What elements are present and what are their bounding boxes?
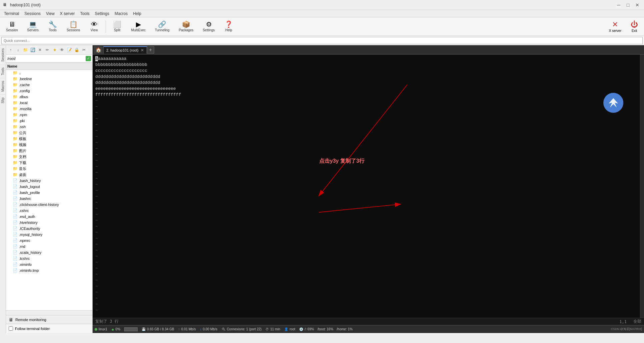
toolbar-packages[interactable]: 📦 Packages: [176, 19, 197, 35]
file-item-beeline[interactable]: 📁 .beeline: [6, 76, 92, 82]
file-item-bash-profile[interactable]: 📄 .bash_profile: [6, 190, 92, 196]
tab-hadoop101[interactable]: 2. hadoop101 (root) ✕: [103, 46, 147, 54]
file-item-shipin[interactable]: 📁 视频: [6, 142, 92, 148]
menu-settings[interactable]: Settings: [92, 11, 112, 17]
term-tilde-19: ~: [95, 206, 637, 212]
file-item-rnd[interactable]: 📄 .rnd: [6, 244, 92, 250]
quick-connect-input[interactable]: [1, 37, 643, 44]
file-refresh-button[interactable]: 🔄: [29, 47, 36, 53]
file-item-npm[interactable]: 📁 .npm: [6, 112, 92, 118]
tab-add-button[interactable]: +: [147, 46, 154, 54]
terminal-content[interactable]: ãaaaaaaaaaaa bbbbbbbbbbbbbbbbbbbb cccccc…: [93, 55, 640, 318]
tunneling-icon: 🔗: [158, 21, 166, 28]
multiexec-label: MultiExec: [131, 28, 146, 32]
file-rename-button[interactable]: ✏: [44, 47, 51, 53]
status-home-usage: /home: 1%: [337, 327, 353, 331]
menu-terminal[interactable]: Terminal: [1, 11, 22, 17]
file-view-button[interactable]: 👁: [59, 47, 65, 53]
maximize-button[interactable]: □: [624, 1, 632, 9]
file-up-button[interactable]: ↑: [7, 47, 14, 53]
file-item-wendang[interactable]: 📁 文档: [6, 154, 92, 160]
file-item-tupian[interactable]: 📁 图片: [6, 148, 92, 154]
sidebar-tab-tools[interactable]: Tools: [0, 65, 6, 78]
terminal-area: 🏠 2. hadoop101 (root) ✕ + ãaaaaa: [93, 45, 644, 333]
file-name-dotdot: ..: [19, 71, 21, 75]
logo-bird-icon: [603, 93, 623, 113]
path-confirm-button[interactable]: ✓: [86, 56, 91, 61]
file-item-ssh[interactable]: 📁 .ssh: [6, 124, 92, 130]
file-perm-button[interactable]: 🔒: [73, 47, 80, 53]
menu-xserver[interactable]: X server: [57, 11, 78, 17]
toolbar-session[interactable]: 🖥 Session: [3, 19, 21, 35]
path-input[interactable]: [7, 57, 86, 61]
term-tilde-17: ~: [95, 194, 637, 200]
file-item-xiazai[interactable]: 📁 下载: [6, 160, 92, 166]
file-item-pki[interactable]: 📁 .pki: [6, 118, 92, 124]
file-item-iceauthority[interactable]: 📄 .ICEauthority: [6, 226, 92, 232]
remote-monitoring[interactable]: 🖥 Remote monitoring: [6, 315, 92, 324]
file-item-cache[interactable]: 📁 .cache: [6, 82, 92, 88]
term-line-2: bbbbbbbbbbbbbbbbbbbb: [95, 62, 637, 68]
minimize-button[interactable]: ─: [615, 1, 623, 9]
tab-home-button[interactable]: 🏠: [94, 46, 103, 54]
file-edit-button[interactable]: 📝: [66, 47, 73, 53]
menu-tools[interactable]: Tools: [78, 11, 92, 17]
split-icon: ⬜: [113, 21, 121, 28]
file-list[interactable]: 📁 .. 📁 .beeline 📁 .cache 📁 .config 📁 .db…: [6, 70, 92, 310]
toolbar-servers[interactable]: 💻 Servers: [24, 19, 42, 35]
file-item-scala-history[interactable]: 📄 .scala_history: [6, 250, 92, 256]
file-item-zhuomian[interactable]: 📁 桌面: [6, 172, 92, 178]
tab-close-button[interactable]: ✕: [141, 48, 144, 53]
toolbar-tunneling[interactable]: 🔗 Tunneling: [152, 19, 173, 35]
menu-help[interactable]: Help: [130, 11, 144, 17]
file-item-yinyue[interactable]: 📁 音乐: [6, 166, 92, 172]
toolbar-multiexec[interactable]: ▶ MultiExec: [128, 19, 149, 35]
file-item-bash-logout[interactable]: 📄 .bash_logout: [6, 184, 92, 190]
menu-view[interactable]: View: [43, 11, 57, 17]
file-item-dotdot[interactable]: 📁 ..: [6, 70, 92, 76]
upload-icon: ↑: [178, 327, 180, 331]
file-download-button[interactable]: ↓: [15, 47, 21, 53]
file-item-config[interactable]: 📁 .config: [6, 88, 92, 94]
file-name-shipin: 视频: [19, 142, 26, 147]
file-item-hivehistory[interactable]: 📄 .hivehistory: [6, 220, 92, 226]
file-delete-button[interactable]: ✕: [37, 47, 43, 53]
file-item-esd-auth[interactable]: 📄 .esd_auth: [6, 214, 92, 220]
file-cut-button[interactable]: ✂: [81, 47, 87, 53]
file-item-bash-history[interactable]: 📄 .bash_history: [6, 178, 92, 184]
file-item-muban[interactable]: 📁 模板: [6, 136, 92, 142]
file-item-mysql-history[interactable]: 📄 .mysql_history: [6, 232, 92, 238]
toolbar-view[interactable]: 👁 View: [86, 19, 102, 35]
file-horizontal-scrollbar[interactable]: [6, 310, 92, 315]
terminal-vertical-scrollbar[interactable]: [640, 55, 644, 318]
close-button[interactable]: ✕: [633, 1, 641, 9]
file-item-clickhouse[interactable]: 📄 .clickhouse-client-history: [6, 202, 92, 208]
sidebar-tab-sessions[interactable]: Sessions: [0, 45, 6, 65]
file-item-dbus[interactable]: 📁 .dbus: [6, 94, 92, 100]
file-item-viminfo-tmp[interactable]: 📄 .viminfo.tmp: [6, 267, 92, 273]
toolbar-sessions[interactable]: 📋 Sessions: [63, 19, 84, 35]
file-item-mozilla[interactable]: 📁 .mozilla: [6, 106, 92, 112]
term-tilde-2: ~: [95, 104, 637, 110]
file-item-tcshrc[interactable]: 📄 .tcshrc: [6, 256, 92, 261]
toolbar-tools[interactable]: 🔧 Tools: [45, 19, 61, 35]
toolbar-settings[interactable]: ⚙ Settings: [199, 19, 218, 35]
file-item-bashrc[interactable]: 📄 .bashrc: [6, 196, 92, 202]
toolbar-help[interactable]: ❓ Help: [221, 19, 237, 35]
sidebar-tab-sftp[interactable]: Sftp: [0, 94, 6, 106]
follow-terminal-checkbox[interactable]: [9, 326, 13, 331]
file-item-npmrc[interactable]: 📄 .npmrc: [6, 238, 92, 244]
menu-sessions[interactable]: Sessions: [22, 11, 43, 17]
file-icon-cshrc: 📄: [13, 208, 18, 213]
file-item-local[interactable]: 📁 .local: [6, 100, 92, 106]
sidebar-tab-macros[interactable]: Macros: [0, 78, 6, 94]
menu-macros[interactable]: Macros: [112, 11, 130, 17]
file-item-cshrc[interactable]: 📄 .cshrc: [6, 208, 92, 214]
file-star-button[interactable]: ★: [51, 47, 58, 53]
xserver-button[interactable]: ✕ X server: [606, 19, 625, 34]
exit-button[interactable]: ⏻ Exit: [627, 19, 641, 34]
file-newfolder-button[interactable]: 📁: [22, 47, 29, 53]
file-item-gonggong[interactable]: 📁 公共: [6, 130, 92, 136]
file-item-viminfo[interactable]: 📄 .viminfo: [6, 261, 92, 267]
toolbar-split[interactable]: ⬜ Split: [109, 19, 125, 35]
